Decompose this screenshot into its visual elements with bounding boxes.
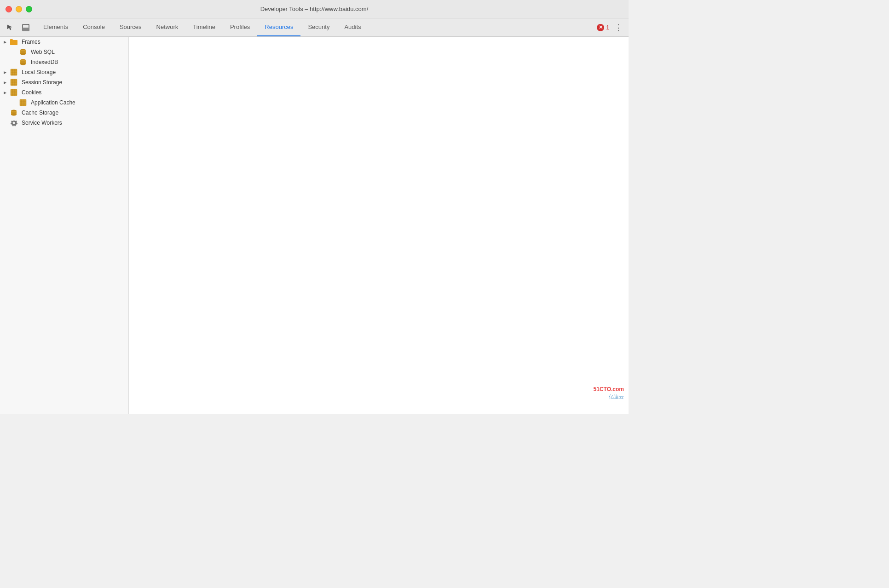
svg-point-40 [13, 122, 15, 124]
item-icon-session-storage [10, 79, 18, 86]
sidebar-item-session-storage[interactable]: ▶ Session Storage [0, 77, 128, 87]
item-label-indexeddb: IndexedDB [31, 59, 58, 65]
item-label-web-sql: Web SQL [31, 49, 55, 55]
dock-icon[interactable] [19, 21, 32, 34]
item-icon-cookies [10, 89, 18, 96]
watermark-sub: 亿速云 [594, 393, 624, 400]
sidebar-item-application-cache[interactable]: Application Cache [0, 98, 128, 108]
watermark-logo: 51CTO.com [594, 386, 624, 393]
expand-arrow: ▶ [4, 81, 8, 85]
item-label-service-workers: Service Workers [22, 120, 62, 126]
item-label-frames: Frames [22, 39, 40, 45]
maximize-button[interactable] [26, 6, 32, 12]
tab-timeline[interactable]: Timeline [185, 18, 223, 36]
item-icon-frames [10, 38, 18, 46]
item-label-cookies: Cookies [22, 89, 41, 96]
toolbar-left [0, 18, 36, 36]
content-panel: 51CTO.com 亿速云 [129, 37, 629, 414]
window-title: Developer Tools – http://www.baidu.com/ [260, 6, 369, 12]
sidebar-item-cookies[interactable]: ▶ Cookies [0, 87, 128, 98]
item-icon-web-sql [19, 48, 28, 56]
sidebar-item-indexeddb[interactable]: IndexedDB [0, 57, 128, 67]
tab-profiles[interactable]: Profiles [223, 18, 257, 36]
svg-point-6 [20, 51, 26, 53]
tab-security[interactable]: Security [300, 18, 337, 36]
main-area: ▶ Frames Web SQL IndexedDB▶ Local Storag… [0, 37, 629, 414]
minimize-button[interactable] [16, 6, 22, 12]
error-count: 1 [606, 24, 609, 31]
item-icon-indexeddb [19, 58, 28, 66]
error-icon: ✕ [597, 24, 604, 31]
svg-rect-2 [23, 28, 29, 31]
toolbar: ElementsConsoleSourcesNetworkTimelinePro… [0, 18, 629, 37]
svg-point-10 [20, 61, 26, 63]
item-icon-application-cache [19, 99, 28, 106]
item-label-local-storage: Local Storage [22, 69, 56, 75]
more-options-icon[interactable]: ⋮ [612, 21, 625, 34]
error-badge[interactable]: ✕ 1 [597, 24, 609, 31]
sidebar: ▶ Frames Web SQL IndexedDB▶ Local Storag… [0, 37, 129, 414]
item-icon-service-workers [10, 119, 18, 127]
toolbar-right: ✕ 1 ⋮ [593, 18, 629, 36]
item-label-cache-storage: Cache Storage [22, 110, 58, 116]
svg-point-38 [11, 112, 17, 114]
tab-sources[interactable]: Sources [112, 18, 149, 36]
tab-console[interactable]: Console [75, 18, 112, 36]
sidebar-item-frames[interactable]: ▶ Frames [0, 37, 128, 47]
item-icon-cache-storage [10, 109, 18, 116]
tab-audits[interactable]: Audits [337, 18, 368, 36]
sidebar-item-service-workers[interactable]: Service Workers [0, 118, 128, 128]
sidebar-item-web-sql[interactable]: Web SQL [0, 47, 128, 57]
expand-arrow: ▶ [4, 40, 8, 44]
expand-arrow: ▶ [4, 91, 8, 95]
sidebar-item-local-storage[interactable]: ▶ Local Storage [0, 67, 128, 77]
expand-arrow: ▶ [4, 70, 8, 75]
title-bar: Developer Tools – http://www.baidu.com/ [0, 0, 629, 18]
item-label-session-storage: Session Storage [22, 79, 62, 86]
tab-elements[interactable]: Elements [36, 18, 75, 36]
watermark: 51CTO.com 亿速云 [594, 386, 624, 400]
tab-network[interactable]: Network [149, 18, 186, 36]
item-label-application-cache: Application Cache [31, 99, 75, 106]
traffic-lights [6, 6, 32, 12]
close-button[interactable] [6, 6, 12, 12]
sidebar-item-cache-storage[interactable]: Cache Storage [0, 108, 128, 118]
item-icon-local-storage [10, 69, 18, 76]
tab-resources[interactable]: Resources [257, 18, 300, 36]
tab-bar: ElementsConsoleSourcesNetworkTimelinePro… [36, 18, 593, 36]
inspect-icon[interactable] [4, 21, 17, 34]
